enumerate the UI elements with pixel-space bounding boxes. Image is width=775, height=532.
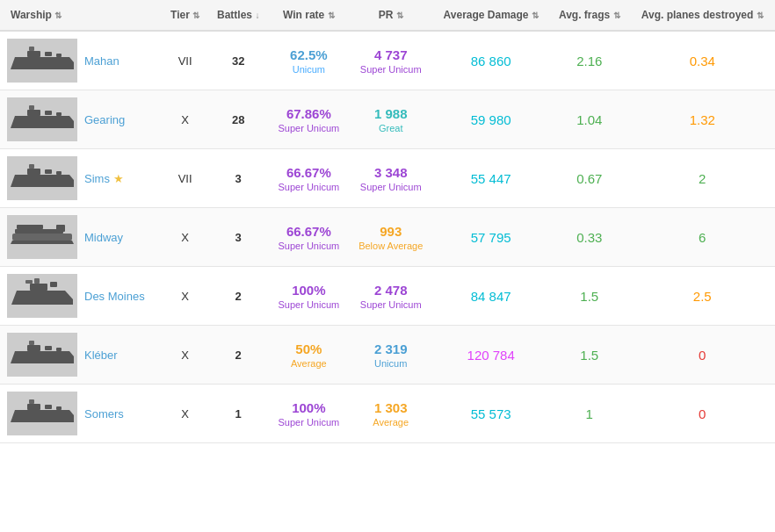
- svg-rect-13: [45, 169, 52, 174]
- table-header: Warship ⇅ Tier ⇅ Battles ↓ Win rate ⇅ PR…: [0, 0, 775, 31]
- col-tier[interactable]: Tier ⇅: [162, 0, 207, 31]
- svg-rect-28: [45, 346, 52, 350]
- ship-name[interactable]: Midway: [84, 231, 123, 244]
- ship-battles: 28: [208, 90, 269, 149]
- col-win-rate[interactable]: Win rate ⇅: [269, 0, 350, 31]
- ship-name[interactable]: Des Moines: [84, 290, 145, 303]
- avg-damage-value: 59 980: [471, 112, 511, 127]
- ship-tier: X: [162, 326, 207, 385]
- ship-avg-damage: 55 447: [432, 149, 549, 208]
- col-warship[interactable]: Warship ⇅: [0, 0, 162, 31]
- svg-rect-21: [30, 284, 47, 291]
- table-row: Kléber X 2 50% Average 2 319 Unicum 120 …: [0, 326, 775, 385]
- col-avg-frags[interactable]: Avg. frags ⇅: [549, 0, 629, 31]
- col-battles[interactable]: Battles ↓: [208, 0, 269, 31]
- avg-damage-value: 84 847: [471, 289, 511, 304]
- win-rate-value: 62.5%: [276, 47, 343, 62]
- avg-frags-value: 1: [586, 406, 593, 421]
- ship-tier: X: [162, 385, 207, 443]
- svg-rect-2: [29, 47, 34, 51]
- svg-rect-17: [17, 225, 43, 229]
- svg-rect-23: [34, 278, 40, 284]
- ship-win-rate: 62.5% Unicum: [269, 31, 350, 90]
- pr-label: Super Unicum: [356, 64, 425, 75]
- avg-frags-value: 0.33: [576, 230, 602, 245]
- pr-label: Super Unicum: [356, 299, 425, 310]
- ship-avg-planes: 0: [629, 326, 775, 385]
- avg-damage-value: 55 573: [471, 406, 511, 421]
- ship-pr: 2 319 Unicum: [349, 326, 432, 385]
- ship-battles: 3: [208, 149, 269, 208]
- ship-tier: VII: [162, 31, 207, 90]
- win-rate-value: 66.67%: [276, 165, 343, 180]
- avg-planes-value: 0.34: [690, 54, 715, 68]
- svg-rect-14: [56, 171, 62, 175]
- avg-planes-value: 1.32: [690, 112, 715, 127]
- col-avg-planes[interactable]: Avg. planes destroyed ⇅: [629, 0, 775, 31]
- pr-label: Average: [356, 417, 425, 428]
- ship-battles: 2: [208, 267, 269, 326]
- ship-avg-planes: 2.5: [629, 267, 775, 326]
- win-rate-label: Super Unicum: [276, 123, 343, 133]
- ship-avg-damage: 84 847: [432, 267, 549, 326]
- ship-avg-damage: 86 860: [432, 31, 549, 90]
- ship-name[interactable]: Mahan: [84, 54, 120, 68]
- table-row: Des Moines X 2 100% Super Unicum 2 478 S…: [0, 267, 775, 326]
- svg-rect-3: [45, 52, 52, 56]
- ship-name[interactable]: Sims ★: [84, 172, 124, 185]
- win-rate-label: Average: [276, 358, 343, 369]
- ship-image-3: [7, 215, 77, 259]
- ship-image-6: [7, 392, 77, 435]
- ship-avg-planes: 6: [629, 208, 775, 267]
- pr-label: Below Average: [356, 241, 425, 251]
- avg-planes-value: 6: [699, 230, 706, 245]
- table-row: Mahan VII 32 62.5% Unicum 4 737 Super Un…: [0, 31, 775, 90]
- pr-label: Unicum: [356, 358, 425, 369]
- pr-value: 2 319: [356, 341, 425, 356]
- svg-rect-26: [27, 345, 40, 351]
- svg-marker-5: [11, 116, 74, 128]
- ship-cell-5: Kléber: [0, 326, 162, 385]
- svg-rect-33: [45, 405, 52, 409]
- svg-rect-11: [27, 169, 40, 175]
- avg-damage-value: 86 860: [471, 54, 511, 68]
- svg-rect-7: [29, 105, 34, 110]
- avg-damage-value: 57 795: [471, 230, 511, 245]
- win-rate-value: 67.86%: [276, 106, 343, 121]
- ship-name[interactable]: Gearing: [84, 113, 125, 126]
- avg-frags-value: 2.16: [576, 54, 602, 68]
- ship-tier: X: [162, 208, 207, 267]
- win-rate-label: Unicum: [276, 64, 343, 75]
- svg-marker-10: [11, 175, 74, 187]
- svg-rect-31: [27, 404, 40, 410]
- ship-name[interactable]: Kléber: [84, 349, 118, 362]
- col-pr[interactable]: PR ⇅: [349, 0, 432, 31]
- ship-avg-damage: 59 980: [432, 90, 549, 149]
- ship-pr: 1 303 Average: [349, 385, 432, 443]
- ship-avg-frags: 1.04: [549, 90, 629, 149]
- svg-rect-9: [56, 112, 62, 116]
- avg-frags-value: 1.5: [580, 289, 598, 304]
- svg-rect-29: [56, 348, 62, 351]
- ship-avg-frags: 0.33: [549, 208, 629, 267]
- ship-cell-0: Mahan: [0, 31, 162, 90]
- ship-name[interactable]: Somers: [84, 407, 124, 421]
- ship-win-rate: 100% Super Unicum: [269, 385, 350, 443]
- warships-table: Warship ⇅ Tier ⇅ Battles ↓ Win rate ⇅ PR…: [0, 0, 775, 443]
- ship-tier: X: [162, 90, 207, 149]
- table-row: Sims ★ VII 3 66.67% Super Unicum 3 348 S…: [0, 149, 775, 208]
- sort-icon-avg-planes: ⇅: [757, 11, 764, 20]
- ship-win-rate: 67.86% Super Unicum: [269, 90, 350, 149]
- avg-frags-value: 1.5: [580, 348, 598, 363]
- svg-rect-1: [27, 51, 40, 57]
- win-rate-value: 50%: [276, 341, 343, 356]
- ship-image-0: [7, 39, 77, 83]
- sort-icon-win-rate: ⇅: [328, 11, 335, 20]
- col-avg-damage[interactable]: Average Damage ⇅: [432, 0, 549, 31]
- ship-battles: 32: [208, 31, 269, 90]
- avg-frags-value: 0.67: [576, 171, 602, 186]
- ship-pr: 2 478 Super Unicum: [349, 267, 432, 326]
- win-rate-value: 100%: [276, 283, 343, 298]
- win-rate-label: Super Unicum: [276, 182, 343, 192]
- ship-image-1: [7, 97, 77, 141]
